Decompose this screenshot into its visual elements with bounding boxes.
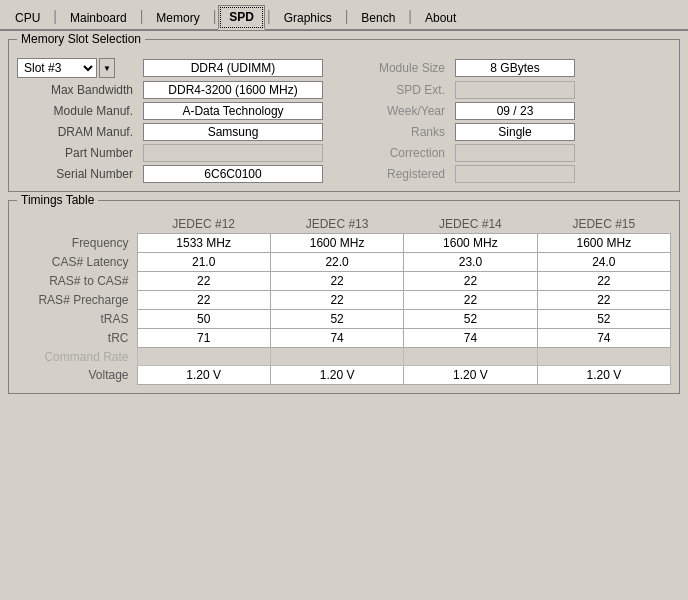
tab-bench[interactable]: Bench — [350, 6, 406, 29]
tab-separator-6: | — [406, 8, 414, 24]
tab-graphics[interactable]: Graphics — [273, 6, 343, 29]
table-row: CAS# Latency21.022.023.024.0 — [17, 253, 671, 272]
cell-r0-c1: 1600 MHz — [270, 234, 403, 253]
cell-r7-c2: 1.20 V — [404, 366, 537, 385]
table-row: RAS# Precharge22222222 — [17, 291, 671, 310]
module-manuf-label: Module Manuf. — [17, 104, 137, 118]
tab-memory[interactable]: Memory — [145, 6, 210, 29]
cell-r4-c2: 52 — [404, 310, 537, 329]
spd-ext-value — [455, 81, 575, 99]
tab-separator-2: | — [138, 8, 146, 24]
row-label-5: tRC — [17, 329, 137, 348]
correction-label: Correction — [329, 146, 449, 160]
row-label-4: tRAS — [17, 310, 137, 329]
ranks-label: Ranks — [329, 125, 449, 139]
memory-slot-selection-group: Memory Slot Selection Slot #3 Slot #1 Sl… — [8, 39, 680, 192]
module-size-label: Module Size — [329, 61, 449, 75]
cell-r3-c2: 22 — [404, 291, 537, 310]
slot-selector-wrapper[interactable]: Slot #3 Slot #1 Slot #2 Slot #4 ▼ — [17, 58, 137, 78]
cell-r2-c1: 22 — [270, 272, 403, 291]
part-number-value — [143, 144, 323, 162]
cell-r1-c2: 23.0 — [404, 253, 537, 272]
table-row: tRC71747474 — [17, 329, 671, 348]
tab-separator-3: | — [211, 8, 219, 24]
cell-r0-c0: 1533 MHz — [137, 234, 270, 253]
tab-mainboard[interactable]: Mainboard — [59, 6, 138, 29]
timings-col-header-1: JEDEC #13 — [270, 215, 403, 234]
correction-value — [455, 144, 575, 162]
tab-spd[interactable]: SPD — [218, 5, 265, 30]
row-label-1: CAS# Latency — [17, 253, 137, 272]
spd-ext-label: SPD Ext. — [329, 83, 449, 97]
table-row: Command Rate — [17, 348, 671, 366]
slot-select[interactable]: Slot #3 Slot #1 Slot #2 Slot #4 — [17, 58, 97, 78]
serial-number-label: Serial Number — [17, 167, 137, 181]
timings-table-group: Timings Table JEDEC #12JEDEC #13JEDEC #1… — [8, 200, 680, 394]
cell-r6-c1 — [270, 348, 403, 366]
table-row: RAS# to CAS#22222222 — [17, 272, 671, 291]
timings-col-header-0: JEDEC #12 — [137, 215, 270, 234]
tab-separator-1: | — [51, 8, 59, 24]
cell-r6-c0 — [137, 348, 270, 366]
row-label-2: RAS# to CAS# — [17, 272, 137, 291]
tab-about[interactable]: About — [414, 6, 467, 29]
dram-manuf-value: Samsung — [143, 123, 323, 141]
cell-r6-c2 — [404, 348, 537, 366]
main-content: Memory Slot Selection Slot #3 Slot #1 Sl… — [0, 31, 688, 410]
cell-r0-c2: 1600 MHz — [404, 234, 537, 253]
cell-r5-c0: 71 — [137, 329, 270, 348]
table-row: tRAS50525252 — [17, 310, 671, 329]
week-year-label: Week/Year — [329, 104, 449, 118]
group-title-timings: Timings Table — [17, 193, 98, 207]
cell-r3-c0: 22 — [137, 291, 270, 310]
module-manuf-value: A-Data Technology — [143, 102, 323, 120]
timings-row-header-blank — [17, 215, 137, 234]
part-number-label: Part Number — [17, 146, 137, 160]
cell-r4-c0: 50 — [137, 310, 270, 329]
cell-r5-c2: 74 — [404, 329, 537, 348]
registered-label: Registered — [329, 167, 449, 181]
slot-grid: Slot #3 Slot #1 Slot #2 Slot #4 ▼ DDR4 (… — [17, 58, 671, 183]
cell-r7-c3: 1.20 V — [537, 366, 670, 385]
cell-r4-c1: 52 — [270, 310, 403, 329]
tab-cpu[interactable]: CPU — [4, 6, 51, 29]
serial-number-value: 6C6C0100 — [143, 165, 323, 183]
registered-value — [455, 165, 575, 183]
cell-r2-c0: 22 — [137, 272, 270, 291]
cell-r1-c1: 22.0 — [270, 253, 403, 272]
week-year-value: 09 / 23 — [455, 102, 575, 120]
dram-manuf-label: DRAM Manuf. — [17, 125, 137, 139]
timings-col-header-2: JEDEC #14 — [404, 215, 537, 234]
cell-r7-c0: 1.20 V — [137, 366, 270, 385]
row-label-0: Frequency — [17, 234, 137, 253]
cell-r3-c1: 22 — [270, 291, 403, 310]
timings-table: JEDEC #12JEDEC #13JEDEC #14JEDEC #15 Fre… — [17, 215, 671, 385]
cell-r7-c1: 1.20 V — [270, 366, 403, 385]
group-title-slot-selection: Memory Slot Selection — [17, 32, 145, 46]
cell-r6-c3 — [537, 348, 670, 366]
cell-r2-c3: 22 — [537, 272, 670, 291]
timings-col-header-3: JEDEC #15 — [537, 215, 670, 234]
row-label-3: RAS# Precharge — [17, 291, 137, 310]
cell-r1-c0: 21.0 — [137, 253, 270, 272]
table-row: Voltage1.20 V1.20 V1.20 V1.20 V — [17, 366, 671, 385]
module-size-value: 8 GBytes — [455, 59, 575, 77]
cell-r4-c3: 52 — [537, 310, 670, 329]
cell-r2-c2: 22 — [404, 272, 537, 291]
cell-r3-c3: 22 — [537, 291, 670, 310]
cell-r0-c3: 1600 MHz — [537, 234, 670, 253]
cell-r5-c3: 74 — [537, 329, 670, 348]
cell-r5-c1: 74 — [270, 329, 403, 348]
ranks-value: Single — [455, 123, 575, 141]
tab-bar: CPU|Mainboard|Memory|SPD|Graphics|Bench|… — [0, 0, 688, 31]
table-row: Frequency1533 MHz1600 MHz1600 MHz1600 MH… — [17, 234, 671, 253]
tab-separator-4: | — [265, 8, 273, 24]
max-bandwidth-value: DDR4-3200 (1600 MHz) — [143, 81, 323, 99]
ddr-type-value: DDR4 (UDIMM) — [143, 59, 323, 77]
slot-dropdown-arrow[interactable]: ▼ — [99, 58, 115, 78]
row-label-7: Voltage — [17, 366, 137, 385]
row-label-6: Command Rate — [17, 348, 137, 366]
tab-separator-5: | — [343, 8, 351, 24]
max-bandwidth-label: Max Bandwidth — [17, 83, 137, 97]
cell-r1-c3: 24.0 — [537, 253, 670, 272]
